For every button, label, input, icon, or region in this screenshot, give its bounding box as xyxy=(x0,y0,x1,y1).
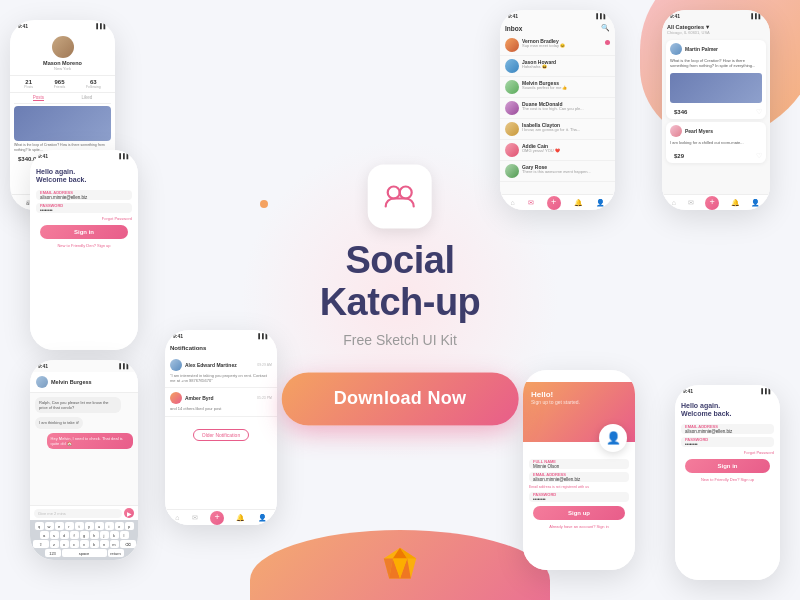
nav-mail-icon[interactable]: ✉ xyxy=(688,199,694,207)
inbox-header-row: Inbox 🔍 xyxy=(500,22,615,35)
key-u[interactable]: u xyxy=(95,522,104,530)
password-field[interactable]: PASSWORD •••••••• xyxy=(36,203,132,213)
notif2-time: 05:23 PM xyxy=(257,396,272,400)
title-line2: Katch-up xyxy=(282,282,519,324)
nav-bell-icon[interactable]: 🔔 xyxy=(574,199,583,207)
nav-person-icon[interactable]: 👤 xyxy=(751,199,760,207)
email-field[interactable]: EMAIL ADDRESS alison.minnie@ellen.biz xyxy=(36,190,132,200)
key-j[interactable]: j xyxy=(100,531,109,539)
signup-password-field[interactable]: PASSWORD •••••••• xyxy=(529,492,629,502)
feed-location: Chicago, IL 60601, USA xyxy=(667,30,765,35)
login2-forgot[interactable]: Forgot Password xyxy=(681,450,774,455)
login2-password-field[interactable]: PASSWORD •••••••• xyxy=(681,437,774,447)
signup-button[interactable]: Sign up xyxy=(533,506,625,520)
key-x[interactable]: x xyxy=(60,540,69,548)
inbox-item-4[interactable]: Duane McDonald The cost is too high. Can… xyxy=(500,98,615,119)
key-e[interactable]: e xyxy=(55,522,64,530)
feed-header-row: All Categories ▾ Chicago, IL 60601, USA xyxy=(662,22,770,37)
send-button[interactable]: ▶ xyxy=(124,508,134,518)
key-o[interactable]: o xyxy=(115,522,124,530)
key-shift[interactable]: ⇧ xyxy=(33,540,49,548)
fullname-field[interactable]: FULL NAME Minnie Olson xyxy=(529,459,629,469)
profile-stats: 21 Posts 965 Friends 63 Following xyxy=(10,75,115,93)
inbox-item-5[interactable]: Isabella Clayton I know, am gonna go for… xyxy=(500,119,615,140)
key-n[interactable]: n xyxy=(100,540,109,548)
key-space[interactable]: space xyxy=(62,549,107,557)
signup-email-field[interactable]: EMAIL ADDRESS alison.minnie@ellen.biz xyxy=(529,472,629,482)
feed-like-icon-2[interactable]: ♡ xyxy=(756,152,762,160)
key-h[interactable]: h xyxy=(90,531,99,539)
feed-time: 9:41 xyxy=(670,13,680,19)
key-f[interactable]: f xyxy=(70,531,79,539)
login2-signup-link[interactable]: Sign up xyxy=(741,477,755,482)
login2-email-field[interactable]: EMAIL ADDRESS alison.minnie@ellen.biz xyxy=(681,424,774,434)
forgot-password[interactable]: Forgot Password xyxy=(36,216,132,221)
login2-signin-btn[interactable]: Sign in xyxy=(685,459,770,473)
download-button[interactable]: Download Now xyxy=(282,372,519,425)
search-icon[interactable]: 🔍 xyxy=(601,24,610,32)
feed-card1-text: What is the loop of Creation? How is the… xyxy=(666,58,766,71)
login-status: 9:41 ▌▌▌ xyxy=(30,150,138,162)
key-t[interactable]: t xyxy=(75,522,84,530)
nav-home-icon[interactable]: ⌂ xyxy=(672,199,676,206)
key-r[interactable]: r xyxy=(65,522,74,530)
tab-liked[interactable]: Liked xyxy=(81,95,92,101)
key-v[interactable]: v xyxy=(80,540,89,548)
key-c[interactable]: c xyxy=(70,540,79,548)
key-d[interactable]: d xyxy=(60,531,69,539)
older-notif-btn[interactable]: Older Notification xyxy=(193,429,249,441)
nav-person-icon[interactable]: 👤 xyxy=(258,514,267,522)
tab-posts[interactable]: Posts xyxy=(33,95,44,101)
inbox-avatar-6 xyxy=(505,143,519,157)
inbox-item-6[interactable]: Addie Cain OMG yesss! YOU ❤️ xyxy=(500,140,615,161)
nav-bell-icon[interactable]: 🔔 xyxy=(731,199,740,207)
notif-signal: ▌▌▌ xyxy=(258,333,269,339)
nav-plus-btn[interactable]: + xyxy=(210,511,224,525)
chat-time: 9:41 xyxy=(38,363,48,369)
profile-status-bar: 9:41 ▌▌▌ xyxy=(10,20,115,32)
nav-bell-icon[interactable]: 🔔 xyxy=(236,514,245,522)
chat-contact-name: Melvin Burgess xyxy=(51,379,92,385)
notif-item-2: Amber Byrd 05:23 PM and 14 others liked … xyxy=(165,388,277,416)
chat-input[interactable]: Give me 2 mins xyxy=(34,509,122,518)
key-b[interactable]: b xyxy=(90,540,99,548)
signup-link[interactable]: Sign up xyxy=(97,243,111,248)
key-m[interactable]: m xyxy=(110,540,119,548)
nav-mail-icon[interactable]: ✉ xyxy=(528,199,534,207)
key-g[interactable]: g xyxy=(80,531,89,539)
key-a[interactable]: a xyxy=(40,531,49,539)
stat1-lbl: Posts xyxy=(24,85,33,89)
key-l[interactable]: l xyxy=(120,531,129,539)
nav-person-icon[interactable]: 👤 xyxy=(596,199,605,207)
key-z[interactable]: z xyxy=(50,540,59,548)
feed-card-2: Pearl Myers I am looking for a chilled o… xyxy=(666,122,766,162)
keyboard: q w e r t y u i o p a s d f g h j k l xyxy=(30,520,138,560)
phone-login: 9:41 ▌▌▌ Hello again. Welcome back. EMAI… xyxy=(30,150,138,350)
nav-plus-btn[interactable]: + xyxy=(547,196,561,210)
nav-home-icon[interactable]: ⌂ xyxy=(175,514,179,521)
key-delete[interactable]: ⌫ xyxy=(120,540,136,548)
inbox-item-2[interactable]: Jason Howard Hahahaha 😆 xyxy=(500,56,615,77)
key-y[interactable]: y xyxy=(85,522,94,530)
nav-plus-btn[interactable]: + xyxy=(705,196,719,210)
signin-link[interactable]: Sign in xyxy=(597,524,609,529)
signin-button[interactable]: Sign in xyxy=(40,225,128,239)
key-w[interactable]: w xyxy=(45,522,54,530)
key-s[interactable]: s xyxy=(50,531,59,539)
phone-chat: 9:41 ▌▌▌ Melvin Burgess Ralph, Can you p… xyxy=(30,360,138,560)
nav-mail-icon[interactable]: ✉ xyxy=(192,514,198,522)
key-k[interactable]: k xyxy=(110,531,119,539)
inbox-item-1[interactable]: Vernon Bradley Sup man meet today 😊 xyxy=(500,35,615,56)
inbox-item-3[interactable]: Melvin Burgess Sounds perfect for me 👍 xyxy=(500,77,615,98)
notif-item-1: Alex Edward Martinez 09:29 AM "I am inte… xyxy=(165,355,277,388)
key-123[interactable]: 123 xyxy=(45,549,61,557)
older-notif-btn-row: Older Notification xyxy=(165,423,277,441)
chat-signal: ▌▌▌ xyxy=(119,363,130,369)
feed-like-icon-1[interactable]: ♡ xyxy=(756,108,762,116)
key-p[interactable]: p xyxy=(125,522,134,530)
login2-welcome: Welcome back. xyxy=(681,410,774,418)
key-q[interactable]: q xyxy=(35,522,44,530)
key-return[interactable]: return xyxy=(108,549,124,557)
key-i[interactable]: i xyxy=(105,522,114,530)
signup-time: 9:41 xyxy=(531,373,541,379)
